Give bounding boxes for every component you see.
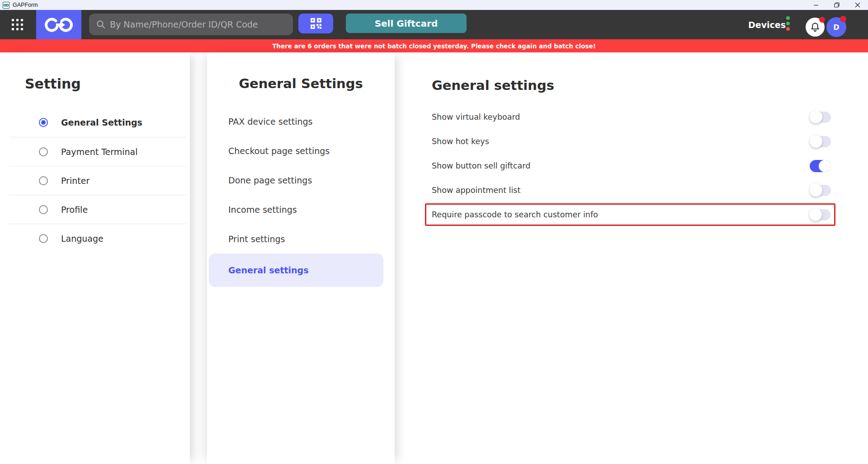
submenu-item-label: Income settings [228, 205, 297, 215]
submenu-list: PAX device settings Checkout page settin… [207, 107, 395, 287]
sidebar-item-profile[interactable]: Profile [9, 195, 186, 224]
qr-code-icon [310, 18, 322, 29]
sell-giftcard-button[interactable]: Sell Giftcard [346, 14, 467, 33]
sidebar-item-printer[interactable]: Printer [9, 166, 186, 195]
batch-close-alert-banner: There are 6 orders that were not batch c… [0, 39, 868, 52]
sidebar-item-label: Profile [61, 205, 88, 215]
devices-menu[interactable]: Devices [748, 10, 786, 39]
submenu-item-general-settings[interactable]: General settings [209, 253, 383, 287]
window-titlebar: GAPForm [0, 0, 868, 10]
submenu-item-pax-device-settings[interactable]: PAX device settings [207, 107, 395, 136]
toggle-row-show-virtual-keyboard: Show virtual keyboard [425, 105, 835, 129]
toggle-switch[interactable] [812, 185, 831, 196]
scan-qr-button[interactable] [298, 14, 333, 33]
search-icon [96, 20, 105, 29]
toggle-row-show-appointment-list: Show appointment list [425, 178, 835, 202]
submenu-item-label: PAX device settings [228, 117, 313, 127]
infinity-logo-icon [44, 16, 74, 34]
submenu-item-label: Checkout page settings [228, 146, 330, 156]
toggle-label: Show button sell giftcard [432, 161, 530, 170]
radio-button[interactable] [39, 205, 48, 214]
radio-button[interactable] [39, 118, 48, 127]
devices-label: Devices [748, 20, 786, 30]
toggle-row-show-button-sell-giftcard: Show button sell giftcard [425, 154, 835, 178]
notifications-button[interactable] [806, 18, 825, 37]
minimize-button[interactable] [806, 0, 826, 10]
sidebar-item-language[interactable]: Language [9, 224, 186, 253]
toggle-label: Show virtual keyboard [432, 112, 520, 122]
switch-knob [810, 135, 822, 148]
restore-button[interactable] [826, 0, 847, 10]
avatar-initial: D [833, 23, 839, 32]
sidebar-item-label: General Settings [61, 117, 142, 127]
switch-knob [810, 184, 822, 197]
sidebar-item-label: Payment Terminal [61, 147, 138, 157]
switch-knob [809, 208, 822, 221]
sidebar-item-payment-terminal[interactable]: Payment Terminal [9, 137, 186, 166]
radio-button[interactable] [39, 234, 48, 243]
general-settings-detail: General settings Show virtual keyboard S… [395, 52, 868, 464]
submenu-item-income-settings[interactable]: Income settings [207, 195, 395, 224]
toggle-switch[interactable] [812, 209, 830, 220]
devices-status-dots[interactable] [786, 16, 790, 31]
detail-title: General settings [425, 78, 835, 93]
toggle-label: Show hot keys [432, 137, 489, 146]
brand-logo[interactable] [36, 10, 81, 39]
submenu-item-label: Print settings [228, 234, 285, 244]
status-dot-green [786, 16, 790, 20]
search-input[interactable] [110, 19, 286, 29]
radio-button[interactable] [39, 147, 48, 156]
submenu-title: General Settings [207, 76, 395, 91]
toggle-switch[interactable] [812, 136, 831, 147]
toggle-label: Show appointment list [432, 186, 520, 195]
alert-text: There are 6 orders that were not batch c… [272, 42, 596, 50]
toggle-label: Require passcode to search customer info [432, 210, 598, 219]
app-icon [3, 2, 9, 9]
settings-category-list: General Settings Payment Terminal Printe… [0, 108, 190, 253]
window-controls [806, 0, 868, 10]
submenu-item-checkout-page-settings[interactable]: Checkout page settings [207, 136, 395, 165]
submenu-item-done-page-settings[interactable]: Done page settings [207, 165, 395, 195]
bell-icon [810, 22, 821, 33]
switch-knob [810, 111, 822, 123]
status-dot-green [786, 22, 790, 25]
global-search [89, 14, 293, 35]
switch-knob [819, 160, 831, 172]
top-navigation-bar: Sell Giftcard Devices D [0, 10, 868, 39]
sidebar-item-label: Printer [61, 176, 90, 186]
apps-grid-icon[interactable] [11, 18, 24, 32]
toggle-row-require-passcode: Require passcode to search customer info [425, 203, 835, 226]
sidebar-item-label: Language [61, 234, 104, 244]
sidebar-item-general-settings[interactable]: General Settings [9, 108, 186, 137]
submenu-item-label: Done page settings [228, 175, 312, 185]
radio-button[interactable] [39, 176, 48, 185]
close-icon[interactable] [847, 0, 868, 10]
window-title: GAPForm [13, 2, 38, 8]
toggle-switch[interactable] [810, 160, 831, 172]
settings-page: Setting General Settings Payment Termina… [0, 52, 868, 464]
settings-sidebar: Setting General Settings Payment Termina… [0, 52, 190, 464]
general-settings-submenu: General Settings PAX device settings Che… [207, 52, 395, 464]
submenu-item-print-settings[interactable]: Print settings [207, 224, 395, 253]
toggle-switch[interactable] [812, 112, 831, 123]
app-window: GAPForm [0, 0, 868, 464]
notification-dot [819, 17, 825, 23]
toggle-row-show-hot-keys: Show hot keys [425, 129, 835, 154]
toggle-option-list: Show virtual keyboard Show hot keys Show… [425, 105, 835, 226]
sidebar-title: Setting [25, 76, 190, 92]
status-dot-red [786, 27, 790, 31]
avatar-alert-dot [840, 16, 846, 22]
submenu-item-label: General settings [228, 265, 309, 275]
user-avatar[interactable]: D [826, 17, 846, 37]
